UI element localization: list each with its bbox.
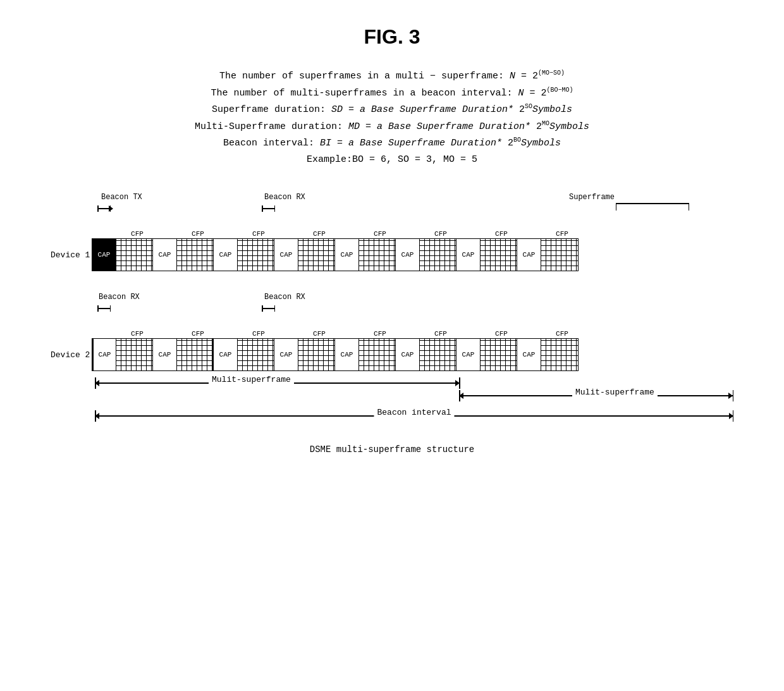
msf-label2: Mulit-superframe — [572, 388, 658, 397]
d1-cap-6: CAP — [396, 239, 420, 271]
sf-top-line — [616, 203, 689, 204]
d2-cap-4: CAP — [274, 339, 298, 370]
d1-cfp-2 — [177, 239, 214, 271]
cfp-label-8: CFP — [544, 230, 580, 238]
eq6: Example:BO = 6, SO = 3, MO = 5 — [195, 152, 589, 168]
equations-block: The number of superframes in a multi − s… — [195, 68, 589, 168]
device2-beacon-area: Beacon RX Beacon RX — [95, 293, 733, 327]
msf-arrowhead-left1 — [95, 380, 99, 386]
cfp-label-7: CFP — [483, 230, 520, 238]
device1-cfp-row: CFP CFP CFP CFP CFP CFP CFP CFP — [95, 228, 580, 238]
fig-title: FIG. 3 — [364, 25, 420, 49]
d1-cap-8: CAP — [517, 239, 541, 271]
beacon-tx-line — [98, 208, 109, 209]
d2-cfp-label-4: CFP — [301, 330, 338, 338]
cfp-label-2: CFP — [180, 230, 216, 238]
d1-cap-7: CAP — [456, 239, 481, 271]
d1-cap-4: CAP — [274, 239, 298, 271]
d2-cap-6: CAP — [396, 339, 420, 370]
device1-beacon-area: Beacon TX Beacon RX Superframe — [95, 193, 733, 228]
cfp-label-6: CFP — [422, 230, 459, 238]
device1-row: Device 1 CAP CAP CAP CAP CAP CAP CAP CAP — [51, 238, 579, 271]
beacon-rx2-label: Beacon RX — [264, 293, 305, 302]
eq2: The number of multi-superframes in a bea… — [195, 85, 589, 102]
d2-cfp-6 — [420, 339, 456, 370]
dsme-caption: DSME multi-superframe structure — [310, 444, 474, 455]
superframe-label: Superframe — [569, 193, 615, 202]
d2-cfp-1 — [116, 339, 153, 370]
beacon-interval-row: Beacon interval — [95, 407, 733, 425]
d2-cfp-3 — [238, 339, 274, 370]
cfp-label-4: CFP — [301, 230, 338, 238]
diagram-container: Beacon TX Beacon RX Superframe — [38, 193, 746, 425]
d2-cfp-8 — [541, 339, 578, 370]
d2-cfp-label-3: CFP — [240, 330, 277, 338]
device2-row: Device 2 CAP CAP CAP CAP CAP CAP CAP CAP — [51, 338, 579, 371]
d1-cfp-4 — [298, 239, 335, 271]
eq1: The number of superframes in a multi − s… — [195, 68, 589, 85]
msf-arrowhead-right1 — [455, 380, 460, 386]
d1-cfp-6 — [420, 239, 456, 271]
d2-cfp-4 — [298, 339, 335, 370]
msf-row2: Mulit-superframe — [95, 386, 733, 405]
msf-label1: Mulit-superframe — [209, 375, 294, 384]
d1-cap-1: CAP — [92, 239, 116, 271]
bi-arrowhead-left — [95, 413, 99, 419]
cfp-label-5: CFP — [362, 230, 398, 238]
beacon-rx-arrow — [262, 205, 275, 212]
device2-label: Device 2 — [51, 338, 92, 371]
msf-arrowhead-left2 — [459, 393, 463, 399]
d1-cap-2: CAP — [153, 239, 177, 271]
beacon-rx2-arrow — [262, 305, 275, 312]
eq4: Multi-Superframe duration: MD = a Base S… — [195, 118, 589, 135]
d2-cfp-label-1: CFP — [119, 330, 156, 338]
d2-cap-7: CAP — [456, 339, 481, 370]
d2-cfp-label-8: CFP — [544, 330, 580, 338]
d2-rx2-line — [263, 308, 274, 309]
d2-cfp-label-2: CFP — [180, 330, 216, 338]
d2-cfp-5 — [359, 339, 396, 370]
d2-cfp-2 — [177, 339, 214, 370]
msf-arrowhead-right2 — [728, 393, 733, 399]
d1-cfp-5 — [359, 239, 396, 271]
sf-right-tick — [689, 203, 690, 211]
d2-cfp-label-6: CFP — [422, 330, 459, 338]
device1-timeline: CAP CAP CAP CAP CAP CAP CAP CAP — [92, 238, 579, 271]
d2-tick4 — [274, 305, 276, 312]
beacon-interval-label: Beacon interval — [374, 408, 454, 417]
beacon-tx-label: Beacon TX — [101, 193, 142, 202]
d2-cap-5: CAP — [335, 339, 359, 370]
device2-cfp-row: CFP CFP CFP CFP CFP CFP CFP CFP — [95, 327, 580, 338]
device1-label: Device 1 — [51, 238, 92, 271]
rx-line — [263, 208, 274, 209]
d1-cfp-8 — [541, 239, 578, 271]
d2-cap-3: CAP — [214, 339, 238, 370]
beacon-rx1-arrow — [97, 305, 111, 312]
bi-arrowhead-right — [729, 413, 733, 419]
device2-timeline: CAP CAP CAP CAP CAP CAP CAP CAP — [92, 338, 579, 371]
cfp-label-3: CFP — [240, 230, 277, 238]
d2-tick2 — [110, 305, 111, 312]
tick4 — [274, 205, 276, 212]
beacon-tx-arrowhead — [109, 205, 113, 212]
d2-cap-2: CAP — [153, 339, 177, 370]
sf-left-tick — [616, 203, 617, 211]
d2-cap-8: CAP — [517, 339, 541, 370]
d1-cap-5: CAP — [335, 239, 359, 271]
d2-cap-1: CAP — [92, 339, 116, 370]
d1-cap-3: CAP — [214, 239, 238, 271]
d1-cfp-3 — [238, 239, 274, 271]
d1-cfp-1 — [116, 239, 153, 271]
d2-rx1-line — [99, 308, 110, 309]
multi-superframe-arrows: Mulit-superframe Mulit-superframe — [95, 374, 733, 425]
eq3: Superframe duration: SD = a Base Superfr… — [195, 101, 589, 118]
d2-cfp-label-5: CFP — [362, 330, 398, 338]
d1-cfp-7 — [481, 239, 517, 271]
beacon-rx1-label: Beacon RX — [99, 293, 140, 302]
cfp-label-1: CFP — [119, 230, 156, 238]
eq5: Beacon interval: BI = a Base Superframe … — [195, 135, 589, 152]
d2-cfp-label-7: CFP — [483, 330, 520, 338]
page: FIG. 3 The number of superframes in a mu… — [0, 0, 784, 691]
beacon-rx-label: Beacon RX — [264, 193, 305, 202]
d2-cfp-7 — [481, 339, 517, 370]
